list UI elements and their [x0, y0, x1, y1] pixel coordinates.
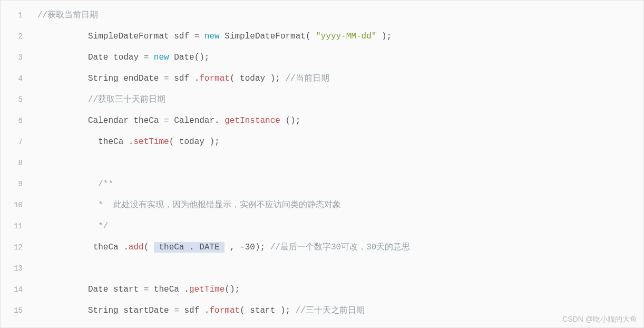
line-number: 15 [1, 300, 32, 321]
token: = [164, 116, 174, 126]
comment: //获取三十天前日期 [88, 95, 165, 104]
token: ( [144, 243, 154, 252]
token: theCa . [98, 137, 133, 147]
selection: theCa . DATE [154, 242, 225, 253]
token: = [144, 53, 154, 62]
code-line: String endDate = sdf .format( today ); /… [37, 68, 643, 89]
method: format [209, 306, 240, 315]
token: ); [376, 32, 392, 41]
comment: //当前日期 [286, 74, 329, 83]
line-number: 10 [1, 195, 32, 216]
line-number: 3 [1, 47, 32, 68]
line-number: 4 [1, 68, 32, 89]
token: = [194, 32, 204, 41]
line-number: 1 [1, 5, 32, 26]
indent [37, 74, 88, 83]
token: (); [225, 285, 240, 294]
indent [37, 116, 88, 126]
token: Calendar. [174, 116, 225, 126]
comment: 此处没有实现，因为他报错显示，实例不应访问类的静态对象 [108, 200, 341, 210]
code-line: * 此处没有实现，因为他报错显示，实例不应访问类的静态对象 [37, 195, 643, 216]
indent [37, 53, 88, 62]
code-line [37, 258, 643, 279]
token: = [144, 285, 154, 294]
code-line [37, 152, 643, 173]
token: SimpleDateFormat( [220, 32, 316, 41]
indent [37, 179, 98, 189]
comment: //三十天之前日期 [296, 306, 365, 315]
line-number: 5 [1, 89, 32, 110]
token: ( start ); [240, 306, 296, 315]
line-number: 8 [1, 152, 32, 173]
token: = [174, 306, 184, 315]
method: getTime [189, 285, 225, 294]
token: String startDate [88, 306, 174, 315]
token: sdf . [184, 306, 209, 315]
code-line: Date start = theCa .getTime(); [37, 279, 643, 300]
indent [37, 221, 98, 231]
line-number: 6 [1, 110, 32, 131]
code-line: String startDate = sdf .format( start );… [37, 300, 643, 321]
indent [37, 243, 93, 252]
comment: /** [98, 179, 113, 189]
method: format [199, 74, 230, 83]
code-line: //获取当前日期 [37, 5, 643, 26]
code-line: theCa .setTime( today ); [37, 131, 643, 152]
code-line: Calendar theCa = Calendar. getInstance (… [37, 110, 643, 131]
method: getInstance [225, 116, 280, 126]
token: Calendar theCa [88, 116, 164, 126]
string: "yyyy-MM-dd" [316, 32, 376, 41]
token: theCa . [93, 243, 129, 252]
token: ( today ); [230, 74, 286, 83]
indent [37, 95, 88, 104]
code-line: SimpleDateFormat sdf = new SimpleDateFor… [37, 26, 643, 47]
line-number: 7 [1, 131, 32, 152]
line-number: 14 [1, 279, 32, 300]
method: setTime [133, 137, 169, 147]
token: = [164, 74, 174, 83]
code-line: */ [37, 216, 643, 237]
line-number-gutter: 1 2 3 4 5 6 7 8 9 10 11 12 13 14 15 [1, 1, 32, 327]
comment: //获取当前日期 [37, 11, 98, 20]
token: Date today [88, 53, 144, 62]
indent [37, 137, 98, 147]
token: String endDate [88, 74, 164, 83]
line-number: 13 [1, 258, 32, 279]
code-line: Date today = new Date(); [37, 47, 643, 68]
token: (); [280, 116, 300, 126]
code-line: theCa .add( theCa . DATE , -30); //最后一个数… [37, 237, 643, 258]
indent [37, 306, 88, 315]
indent [37, 200, 98, 210]
code-line: /** [37, 173, 643, 195]
keyword: new [154, 53, 169, 62]
line-number: 9 [1, 173, 32, 195]
comment: */ [98, 221, 108, 231]
comment: //最后一个数字30可改，30天的意思 [270, 243, 411, 252]
code-content: //获取当前日期 SimpleDateFormat sdf = new Simp… [32, 1, 643, 327]
token: Date start [88, 285, 144, 294]
code-line: //获取三十天前日期 [37, 89, 643, 110]
code-block: 1 2 3 4 5 6 7 8 9 10 11 12 13 14 15 //获取… [1, 1, 643, 327]
line-number: 12 [1, 237, 32, 258]
token: , [225, 243, 240, 252]
token: Date(); [169, 53, 210, 62]
indent [37, 285, 88, 294]
comment: * [98, 200, 108, 210]
token: ( today ); [169, 137, 220, 147]
line-number: 2 [1, 26, 32, 47]
keyword: new [204, 32, 220, 41]
line-number: 11 [1, 216, 32, 237]
number: -30 [240, 243, 255, 252]
method: add [129, 243, 144, 252]
token: SimpleDateFormat sdf [88, 32, 194, 41]
token: ); [255, 243, 270, 252]
token: theCa . [154, 285, 189, 294]
token: sdf . [174, 74, 199, 83]
indent [37, 32, 88, 41]
